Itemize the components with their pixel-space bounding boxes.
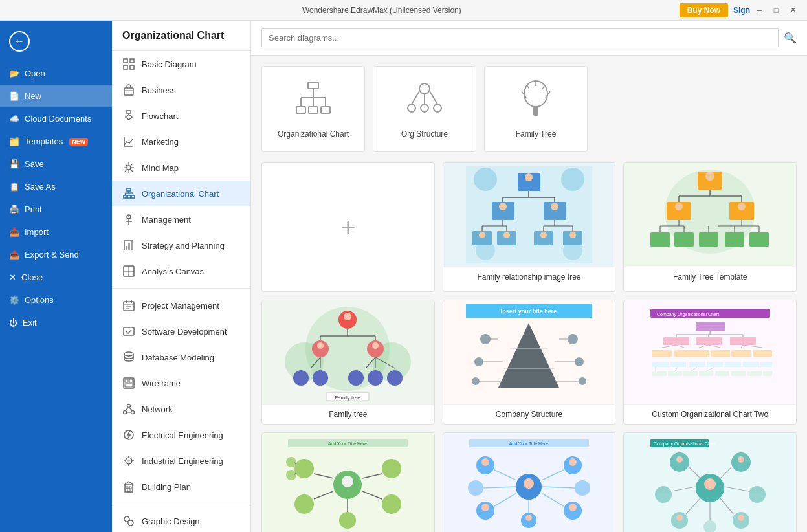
quick-org-structure[interactable]: Org Structure <box>373 66 476 152</box>
cat-management[interactable]: Management <box>112 206 250 232</box>
svg-point-169 <box>293 370 309 386</box>
sidebar-label-exit: Exit <box>23 318 37 327</box>
svg-rect-145 <box>749 232 769 247</box>
cat-mindmap[interactable]: Mind Map <box>112 155 250 181</box>
cat-orgchart[interactable]: Organizational Chart <box>112 181 250 206</box>
template-company-org[interactable]: Company Organisational Chart <box>623 432 797 532</box>
svg-point-106 <box>499 203 507 210</box>
template-family-rel-label: Family relationship image tree <box>443 267 615 287</box>
print-icon: 🖨️ <box>9 205 19 214</box>
cat-network[interactable]: Network <box>112 396 250 422</box>
svg-point-275 <box>525 515 532 521</box>
cat-analysis[interactable]: Analysis Canvas <box>112 258 250 284</box>
template-grid: Organizational Chart <box>251 56 807 532</box>
svg-point-191 <box>472 377 480 385</box>
business-icon <box>122 83 135 96</box>
sidebar-item-templates[interactable]: 🗂️ Templates NEW <box>0 130 112 153</box>
maximize-button[interactable]: □ <box>768 5 784 16</box>
svg-rect-39 <box>124 302 134 311</box>
cat-wireframe-label: Wireframe <box>142 379 181 388</box>
cat-electrical[interactable]: Electrical Engineering <box>112 422 250 448</box>
svg-text:Family tree: Family tree <box>335 395 361 401</box>
svg-point-289 <box>704 478 716 490</box>
management-icon <box>122 213 135 226</box>
quick-org-chart[interactable]: Organizational Chart <box>261 66 365 152</box>
svg-rect-0 <box>124 59 127 63</box>
svg-rect-143 <box>699 232 718 247</box>
svg-rect-214 <box>711 350 730 357</box>
cat-database[interactable]: Database Modeling <box>112 344 250 370</box>
sidebar-item-saveas[interactable]: 📋 Save As <box>0 175 112 198</box>
sidebar-item-cloud[interactable]: ☁️ Cloud Documents <box>0 107 112 130</box>
cat-industrial[interactable]: Industrial Engineering <box>112 448 250 474</box>
template-custom-org-img: Company Organisational Chart <box>624 300 796 404</box>
cat-electrical-label: Electrical Engineering <box>142 430 223 440</box>
sidebar-item-close[interactable]: ✕ Close <box>0 266 112 289</box>
sidebar-item-export[interactable]: 📤 Export & Send <box>0 243 112 266</box>
cat-flowchart[interactable]: Flowchart <box>112 103 250 129</box>
template-company-struct[interactable]: Insert your title here <box>443 300 616 425</box>
cat-orgchart-label: Organizational Chart <box>142 189 219 199</box>
sidebar-item-new[interactable]: 📄 New <box>0 85 112 107</box>
svg-point-30 <box>128 216 129 217</box>
sidebar-label-import: Import <box>25 227 49 237</box>
cat-project-label: Project Management <box>142 301 219 311</box>
template-family-tree-tmpl[interactable]: Family Tree Template <box>623 162 797 292</box>
new-blank-card[interactable]: + <box>261 162 435 292</box>
cat-marketing[interactable]: Marketing <box>112 129 250 155</box>
family-tree-quick-icon <box>516 80 555 124</box>
cat-software[interactable]: Software Development <box>112 318 250 344</box>
template-family-tree-label: Family Tree Template <box>624 267 796 287</box>
template-family-tree2[interactable]: Family tree Family tree <box>261 300 435 425</box>
sidebar-label-templates: Templates <box>25 137 63 146</box>
svg-point-132 <box>705 172 714 181</box>
cat-strategy[interactable]: Strategy and Planning <box>112 232 250 258</box>
sidebar-label-close: Close <box>21 272 43 282</box>
svg-rect-227 <box>725 362 741 367</box>
back-button[interactable]: ← <box>0 21 112 62</box>
svg-point-116 <box>503 232 510 238</box>
quick-family-tree[interactable]: Family Tree <box>484 66 588 152</box>
svg-rect-33 <box>126 246 127 250</box>
sign-button[interactable]: Sign <box>733 6 750 15</box>
svg-point-306 <box>676 515 683 521</box>
minimize-button[interactable]: ─ <box>751 5 767 16</box>
cat-building[interactable]: Building Plan <box>112 474 250 500</box>
sidebar-item-save[interactable]: 💾 Save <box>0 153 112 175</box>
sidebar-item-print[interactable]: 🖨️ Print <box>0 198 112 221</box>
buy-now-button[interactable]: Buy Now <box>680 3 728 17</box>
svg-rect-2 <box>124 65 127 69</box>
sidebar-item-open[interactable]: 📂 Open <box>0 62 112 85</box>
exit-icon: ⏻ <box>9 318 17 327</box>
svg-point-90 <box>434 104 441 112</box>
family-tree-quick-label: Family Tree <box>516 129 557 139</box>
cat-project[interactable]: Project Management <box>112 293 250 318</box>
template-bubble1[interactable]: Add Your Title Here <box>261 432 435 532</box>
cat-graphic-label: Graphic Design <box>142 516 200 526</box>
template-network-org-img: Add Your Title Here <box>443 433 615 532</box>
template-custom-org[interactable]: Company Organisational Chart <box>623 300 797 425</box>
sidebar-item-options[interactable]: ⚙️ Options <box>0 289 112 311</box>
org-chart-quick-icon <box>294 80 333 124</box>
cat-business[interactable]: Business <box>112 77 250 103</box>
close-window-button[interactable]: ✕ <box>785 5 801 16</box>
cat-graphic[interactable]: Graphic Design <box>112 508 250 532</box>
template-family-tree-img <box>624 163 796 267</box>
sidebar-item-exit[interactable]: ⏻ Exit <box>0 311 112 334</box>
template-bubble1-img: Add Your Title Here <box>262 433 434 532</box>
graphic-icon <box>122 515 135 527</box>
new-badge: NEW <box>69 138 88 146</box>
analysis-icon <box>122 265 135 278</box>
cat-management-label: Management <box>142 215 191 225</box>
search-input[interactable] <box>261 28 779 47</box>
cat-basic-diagram[interactable]: Basic Diagram <box>112 51 250 77</box>
svg-point-189 <box>474 357 483 366</box>
template-network-org[interactable]: Add Your Title Here <box>443 432 616 532</box>
search-button[interactable]: 🔍 <box>784 32 797 44</box>
sidebar-item-import[interactable]: 📥 Import <box>0 221 112 243</box>
template-family-rel[interactable]: Family relationship image tree <box>443 162 616 292</box>
cat-wireframe[interactable]: Wireframe <box>112 370 250 396</box>
svg-line-87 <box>430 91 437 104</box>
category-header: Organizational Chart <box>112 21 250 51</box>
svg-point-271 <box>481 504 489 511</box>
